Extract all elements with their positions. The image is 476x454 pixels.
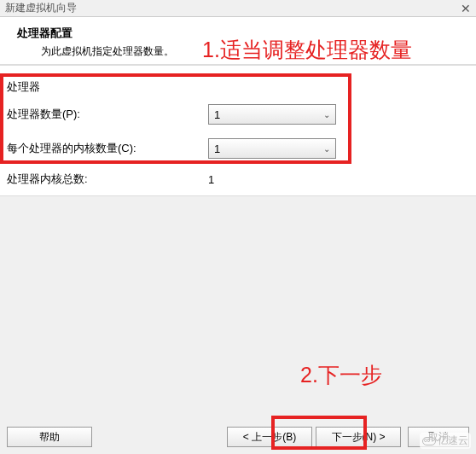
processor-total-label: 处理器内核总数: <box>7 172 208 187</box>
page-title: 处理器配置 <box>17 26 459 41</box>
page-subtitle: 为此虚拟机指定处理器数量。 <box>17 44 459 59</box>
annotation-text-2: 2.下一步 <box>300 361 382 389</box>
header: 处理器配置 为此虚拟机指定处理器数量。 <box>0 17 476 65</box>
processor-count-row: 处理器数量(P): 1 ⌄ <box>7 103 476 125</box>
footer: 帮助 < 上一步(B) 下一步(N) > 取消 <box>0 427 476 447</box>
processor-count-value: 1 <box>214 108 220 121</box>
chevron-down-icon: ⌄ <box>323 144 330 154</box>
content-area: 处理器 处理器数量(P): 1 ⌄ 每个处理器的内核数量(C): 1 ⌄ 处理器… <box>0 66 476 195</box>
chevron-down-icon: ⌄ <box>323 110 330 119</box>
processor-cores-row: 每个处理器的内核数量(C): 1 ⌄ <box>7 137 476 160</box>
titlebar: 新建虚拟机向导 ✕ <box>0 0 476 17</box>
watermark: 亿速云 <box>420 433 471 449</box>
window-title: 新建虚拟机向导 <box>5 1 77 15</box>
help-button[interactable]: 帮助 <box>7 427 92 447</box>
watermark-icon <box>422 437 436 445</box>
divider <box>0 195 476 196</box>
processor-cores-value: 1 <box>214 143 220 155</box>
processor-count-label: 处理器数量(P): <box>7 107 208 122</box>
close-icon[interactable]: ✕ <box>461 2 471 15</box>
processor-section-label: 处理器 <box>7 79 476 95</box>
processor-cores-select[interactable]: 1 ⌄ <box>208 138 336 159</box>
processor-cores-label: 每个处理器的内核数量(C): <box>7 141 208 156</box>
processor-total-value: 1 <box>208 173 214 186</box>
back-button[interactable]: < 上一步(B) <box>227 427 312 447</box>
processor-count-select[interactable]: 1 ⌄ <box>208 104 336 125</box>
next-button[interactable]: 下一步(N) > <box>316 427 401 447</box>
watermark-text: 亿速云 <box>438 434 468 448</box>
processor-total-row: 处理器内核总数: 1 <box>7 172 476 187</box>
